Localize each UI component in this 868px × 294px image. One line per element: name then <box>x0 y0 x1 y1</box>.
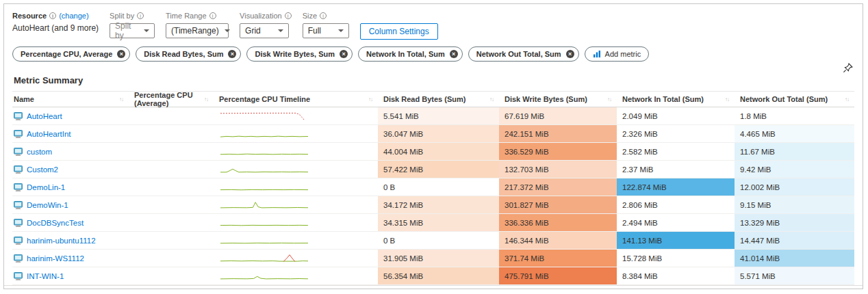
split-by-dropdown[interactable]: Split by <box>110 23 155 38</box>
workbook-panel: Resource i (change) AutoHeart (and 9 mor… <box>3 3 863 289</box>
cell-name: Custom2 <box>12 161 129 178</box>
cell-network-in: 2.326 MiB <box>617 125 735 142</box>
cpu-sparkline <box>219 181 309 193</box>
column-header-disk-write-bytes-sum-[interactable]: Disk Write Bytes (Sum)↑↓ <box>499 92 617 107</box>
chevron-down-icon <box>144 29 149 32</box>
sort-icon: ↑↓ <box>119 96 123 103</box>
metric-pill[interactable]: Network In Total, Sum× <box>358 46 463 62</box>
metric-pill[interactable]: Network Out Total, Sum× <box>468 46 579 62</box>
vm-name-link[interactable]: custom <box>27 148 52 156</box>
add-metric-label: Add metric <box>605 50 641 58</box>
info-icon[interactable]: i <box>209 12 216 19</box>
done-editing-button[interactable]: Done Editing <box>12 289 79 289</box>
change-resource-link[interactable]: (change) <box>59 12 88 20</box>
pin-icon[interactable] <box>843 63 853 74</box>
vm-name-link[interactable]: DemoWin-1 <box>27 201 68 209</box>
cpu-sparkline <box>219 128 309 140</box>
cell-name: AutoHeart <box>12 107 129 124</box>
cell-disk-read: 31.905 MiB <box>378 250 499 267</box>
cell-cpu-timeline <box>214 250 378 267</box>
cell-cpu-average <box>129 232 214 249</box>
cell-disk-write: 217.372 MiB <box>499 178 617 196</box>
vm-icon <box>14 165 23 174</box>
table-row: INT-WIN-156.354 MiB475.791 MiB8.384 MiB5… <box>12 267 854 285</box>
info-icon[interactable]: i <box>49 12 56 19</box>
remove-metric-icon[interactable]: × <box>228 50 236 58</box>
cell-disk-read: 44.004 MiB <box>378 143 499 160</box>
cell-network-in: 122.874 MiB <box>617 178 735 196</box>
info-icon[interactable]: i <box>320 12 327 19</box>
visualization-dropdown[interactable]: Grid <box>240 23 289 38</box>
cell-cpu-average <box>129 161 214 178</box>
metric-pills-row: Percentage CPU, Average×Disk Read Bytes,… <box>12 46 854 62</box>
remove-metric-icon[interactable]: × <box>117 50 125 58</box>
info-icon[interactable]: i <box>285 12 292 19</box>
cell-disk-write: 336.529 MiB <box>499 143 617 160</box>
cell-disk-write: 475.791 MiB <box>499 267 617 284</box>
vm-name-link[interactable]: DocDBSyncTest <box>27 219 84 227</box>
vm-name-link[interactable]: AutoHeart <box>27 112 62 120</box>
table-row: harinim-WS111231.905 MiB371.74 MiB15.728… <box>12 250 854 267</box>
column-header-network-out-total-sum-[interactable]: Network Out Total (Sum)↑↓ <box>735 92 854 107</box>
column-header-label: Name <box>14 95 34 103</box>
cell-disk-write: 371.74 MiB <box>499 250 617 267</box>
vm-name-link[interactable]: AutoHeartInt <box>27 130 71 138</box>
sort-icon: ↑↓ <box>845 96 849 103</box>
vm-name-link[interactable]: harinim-ubuntu1112 <box>27 237 96 245</box>
resource-label: Resource <box>12 12 47 20</box>
cell-cpu-timeline <box>214 178 378 196</box>
cell-name: DemoLin-1 <box>12 178 129 196</box>
cell-network-out: 4.465 MiB <box>735 125 854 142</box>
section-title: Metric Summary <box>14 75 854 85</box>
cpu-sparkline <box>219 270 309 282</box>
metric-pills: Percentage CPU, Average×Disk Read Bytes,… <box>12 46 579 62</box>
time-range-dropdown[interactable]: (TimeRange) <box>166 23 229 38</box>
remove-metric-icon[interactable]: × <box>450 50 458 58</box>
metric-pill[interactable]: Percentage CPU, Average× <box>12 46 130 62</box>
cell-network-out: 14.447 MiB <box>735 232 854 249</box>
metric-pill[interactable]: Disk Read Bytes, Sum× <box>136 46 241 62</box>
table-row: AutoHeart5.541 MiB67.619 MiB2.049 MiB1.8… <box>12 107 854 125</box>
vm-name-link[interactable]: DemoLin-1 <box>27 183 65 191</box>
remove-metric-icon[interactable]: × <box>340 50 348 58</box>
vm-icon <box>14 112 23 120</box>
column-header-percentage-cpu-average-[interactable]: Percentage CPU (Average)↑↓ <box>129 92 214 107</box>
vm-name-link[interactable]: harinim-WS1112 <box>27 254 84 263</box>
vm-name-link[interactable]: INT-WIN-1 <box>27 272 64 280</box>
cpu-sparkline <box>219 199 309 211</box>
column-header-label: Network In Total (Sum) <box>622 95 704 103</box>
cell-network-out: 11.67 MiB <box>735 143 854 160</box>
cell-cpu-timeline <box>214 125 378 142</box>
cell-name: harinim-ubuntu1112 <box>12 232 129 249</box>
info-icon[interactable]: i <box>137 12 144 19</box>
column-header-disk-read-bytes-sum-[interactable]: Disk Read Bytes (Sum)↑↓ <box>378 92 499 107</box>
size-dropdown[interactable]: Full <box>303 23 349 38</box>
cell-disk-read: 56.354 MiB <box>378 267 499 284</box>
cell-name: AutoHeartInt <box>12 125 129 142</box>
metric-pill[interactable]: Disk Write Bytes, Sum× <box>246 46 353 62</box>
column-settings-button[interactable]: Column Settings <box>360 23 438 40</box>
footer-toolbar: Done Editing Add text|Add query|Add metr… <box>4 285 863 289</box>
vm-icon <box>14 201 23 209</box>
column-header-name[interactable]: Name↑↓ <box>12 92 129 107</box>
cell-name: DemoWin-1 <box>12 196 129 213</box>
cell-disk-read: 5.541 MiB <box>378 107 499 124</box>
cell-network-in: 2.806 MiB <box>617 196 735 213</box>
bar-chart-icon <box>593 50 601 58</box>
size-control: Size i Full <box>303 11 349 38</box>
cell-network-out: 9.15 MiB <box>735 196 854 213</box>
cell-disk-read: 57.422 MiB <box>378 161 499 178</box>
column-header-network-in-total-sum-[interactable]: Network In Total (Sum)↑↓ <box>617 92 735 107</box>
cell-network-in: 141.13 MiB <box>617 232 735 249</box>
time-range-control: Time Range i (TimeRange) <box>166 11 229 38</box>
vm-name-link[interactable]: Custom2 <box>27 165 58 174</box>
cell-disk-read: 0 B <box>378 232 499 249</box>
cell-name: harinim-WS1112 <box>12 250 129 267</box>
remove-metric-icon[interactable]: × <box>566 50 574 58</box>
add-metric-button[interactable]: Add metric <box>585 46 650 62</box>
table-row: AutoHeartInt36.047 MiB242.151 MiB2.326 M… <box>12 125 854 143</box>
column-header-percentage-cpu-timeline[interactable]: Percentage CPU Timeline↑↓ <box>214 92 378 107</box>
vm-icon <box>14 183 23 191</box>
cell-network-out: 13.329 MiB <box>735 214 854 231</box>
cell-cpu-average <box>129 196 214 213</box>
